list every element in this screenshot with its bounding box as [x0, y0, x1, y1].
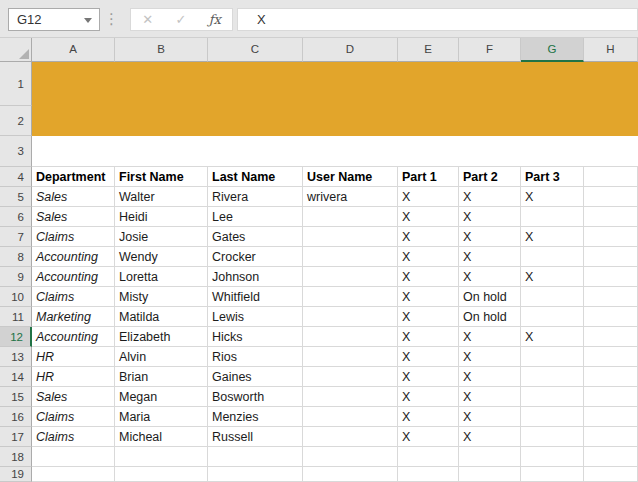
column-header-B[interactable]: B — [115, 38, 208, 62]
cell-G11[interactable] — [521, 307, 584, 327]
cell-E18[interactable] — [398, 447, 459, 467]
cell-D13[interactable] — [303, 347, 398, 367]
cell-D4[interactable]: User Name — [303, 167, 398, 187]
cell-E7[interactable]: X — [398, 227, 459, 247]
cell-D7[interactable] — [303, 227, 398, 247]
cell-E11[interactable]: X — [398, 307, 459, 327]
cell-B17[interactable]: Micheal — [115, 427, 208, 447]
cell-A17[interactable]: Claims — [32, 427, 115, 447]
cell-C13[interactable]: Rios — [208, 347, 303, 367]
cell-A12[interactable]: Accounting — [32, 327, 115, 347]
row-header-17[interactable]: 17 — [0, 427, 32, 447]
cell-A15[interactable]: Sales — [32, 387, 115, 407]
cell-G9[interactable]: X — [521, 267, 584, 287]
column-header-E[interactable]: E — [398, 38, 459, 62]
cell-E14[interactable]: X — [398, 367, 459, 387]
cell-F15[interactable]: X — [459, 387, 521, 407]
cell-A3[interactable] — [32, 136, 638, 167]
cell-D17[interactable] — [303, 427, 398, 447]
column-header-A[interactable]: A — [32, 38, 115, 62]
cell-B12[interactable]: Elizabeth — [115, 327, 208, 347]
cell-B11[interactable]: Matilda — [115, 307, 208, 327]
cell-C14[interactable]: Gaines — [208, 367, 303, 387]
cell-A18[interactable] — [32, 447, 115, 467]
cell-H12[interactable] — [584, 327, 638, 347]
cell-G12[interactable]: X — [521, 327, 584, 347]
cell-A8[interactable]: Accounting — [32, 247, 115, 267]
cell-D11[interactable] — [303, 307, 398, 327]
cell-B9[interactable]: Loretta — [115, 267, 208, 287]
cell-A16[interactable]: Claims — [32, 407, 115, 427]
cell-E13[interactable]: X — [398, 347, 459, 367]
cell-F4[interactable]: Part 2 — [459, 167, 521, 187]
cell-B4[interactable]: First Name — [115, 167, 208, 187]
column-header-D[interactable]: D — [303, 38, 398, 62]
cell-D14[interactable] — [303, 367, 398, 387]
cell-E10[interactable]: X — [398, 287, 459, 307]
cell-E4[interactable]: Part 1 — [398, 167, 459, 187]
row-header-5[interactable]: 5 — [0, 187, 32, 207]
cell-B5[interactable]: Walter — [115, 187, 208, 207]
cell-A13[interactable]: HR — [32, 347, 115, 367]
cell-E8[interactable]: X — [398, 247, 459, 267]
row-header-11[interactable]: 11 — [0, 307, 32, 327]
cell-D5[interactable]: wrivera — [303, 187, 398, 207]
cell-D12[interactable] — [303, 327, 398, 347]
cell-D10[interactable] — [303, 287, 398, 307]
cell-A11[interactable]: Marketing — [32, 307, 115, 327]
cell-C16[interactable]: Menzies — [208, 407, 303, 427]
row-header-2[interactable]: 2 — [0, 106, 32, 136]
cell-C7[interactable]: Gates — [208, 227, 303, 247]
row-header-13[interactable]: 13 — [0, 347, 32, 367]
cell-B18[interactable] — [115, 447, 208, 467]
cell-H16[interactable] — [584, 407, 638, 427]
row-header-14[interactable]: 14 — [0, 367, 32, 387]
cell-G15[interactable] — [521, 387, 584, 407]
cell-H8[interactable] — [584, 247, 638, 267]
cell-C8[interactable]: Crocker — [208, 247, 303, 267]
cell-H11[interactable] — [584, 307, 638, 327]
cell-E17[interactable]: X — [398, 427, 459, 447]
column-header-G[interactable]: G — [521, 38, 584, 62]
cell-A6[interactable]: Sales — [32, 207, 115, 227]
row-header-10[interactable]: 10 — [0, 287, 32, 307]
cell-D9[interactable] — [303, 267, 398, 287]
cell-C18[interactable] — [208, 447, 303, 467]
cell-F14[interactable]: X — [459, 367, 521, 387]
cell-G13[interactable] — [521, 347, 584, 367]
cell-E16[interactable]: X — [398, 407, 459, 427]
row-header-6[interactable]: 6 — [0, 207, 32, 227]
row-header-16[interactable]: 16 — [0, 407, 32, 427]
cell-E15[interactable]: X — [398, 387, 459, 407]
cell-A1[interactable] — [32, 62, 638, 106]
cell-C5[interactable]: Rivera — [208, 187, 303, 207]
cell-F19[interactable] — [459, 467, 521, 482]
cell-H4[interactable] — [584, 167, 638, 187]
cell-H15[interactable] — [584, 387, 638, 407]
cell-H10[interactable] — [584, 287, 638, 307]
cell-B10[interactable]: Misty — [115, 287, 208, 307]
cell-G14[interactable] — [521, 367, 584, 387]
cell-F6[interactable]: X — [459, 207, 521, 227]
cell-C12[interactable]: Hicks — [208, 327, 303, 347]
cell-F16[interactable]: X — [459, 407, 521, 427]
cell-H6[interactable] — [584, 207, 638, 227]
cell-F17[interactable]: X — [459, 427, 521, 447]
cell-A2[interactable] — [32, 106, 638, 136]
select-all-corner[interactable] — [0, 38, 32, 62]
row-header-8[interactable]: 8 — [0, 247, 32, 267]
cell-F9[interactable]: X — [459, 267, 521, 287]
cell-H18[interactable] — [584, 447, 638, 467]
cell-B15[interactable]: Megan — [115, 387, 208, 407]
cell-A7[interactable]: Claims — [32, 227, 115, 247]
cell-H19[interactable] — [584, 467, 638, 482]
row-header-9[interactable]: 9 — [0, 267, 32, 287]
cell-C11[interactable]: Lewis — [208, 307, 303, 327]
cell-G18[interactable] — [521, 447, 584, 467]
cell-H7[interactable] — [584, 227, 638, 247]
formula-input[interactable]: X — [237, 8, 638, 31]
cell-F10[interactable]: On hold — [459, 287, 521, 307]
row-header-15[interactable]: 15 — [0, 387, 32, 407]
cell-H17[interactable] — [584, 427, 638, 447]
cell-G10[interactable] — [521, 287, 584, 307]
